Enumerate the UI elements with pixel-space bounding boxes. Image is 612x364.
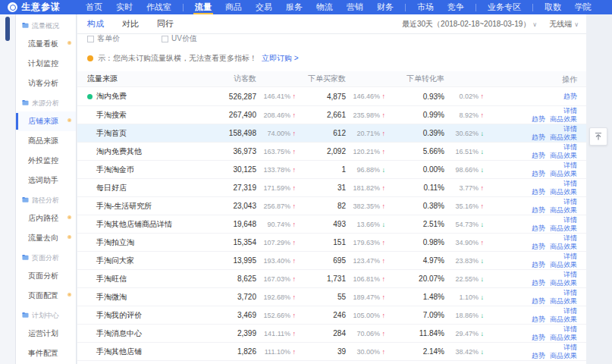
app-logo[interactable]: 生意参谋 (8, 1, 61, 14)
nav-item-8[interactable]: 营销 (340, 0, 370, 14)
action-link[interactable]: 详情 (563, 125, 577, 133)
nav-item-13[interactable]: 取数 (538, 0, 568, 14)
action-link[interactable]: 详情 (563, 344, 577, 352)
action-link[interactable]: 详情 (563, 216, 577, 224)
action-link[interactable]: 商品效果 (550, 243, 577, 251)
action-link[interactable]: 趋势 (532, 297, 545, 306)
action-link[interactable]: 趋势 (532, 279, 545, 287)
checkbox-icon[interactable] (87, 36, 94, 42)
action-link[interactable]: 商品效果 (550, 297, 577, 306)
sidebar-scrollbar-thumb[interactable] (5, 17, 10, 41)
action-link[interactable]: 详情 (563, 180, 577, 188)
buyers-value: 246 (333, 311, 346, 319)
action-link[interactable]: 趋势 (532, 133, 545, 142)
tab-1[interactable]: 对比 (122, 18, 139, 30)
action-link[interactable]: 商品效果 (550, 352, 577, 360)
action-link[interactable]: 详情 (563, 107, 577, 115)
nav-item-3[interactable]: 流量 (188, 0, 218, 14)
action-link[interactable]: 详情 (563, 234, 577, 243)
nav-item-14[interactable]: 学院 (568, 0, 598, 14)
nav-item-4[interactable]: 商品 (218, 0, 249, 14)
action-link[interactable]: 趋势 (532, 170, 545, 178)
action-link[interactable]: 详情 (563, 289, 577, 297)
sidebar-item-13[interactable]: 页面分析 (16, 266, 76, 286)
subscribe-now-link[interactable]: 立即订购 > (262, 53, 299, 64)
tab-2[interactable]: 同行 (157, 18, 174, 30)
action-link[interactable]: 详情 (563, 307, 577, 315)
actions-line: 详情 (563, 289, 577, 297)
actions-line: 详情 (563, 216, 577, 224)
action-link[interactable]: 趋势 (532, 206, 545, 215)
action-link[interactable]: 商品效果 (550, 115, 577, 124)
nav-item-10[interactable]: 市场 (410, 0, 441, 14)
conversion-value: 1.48% (423, 293, 444, 301)
conversion-change: 8.92% ↑ (444, 111, 484, 119)
nav-item-12[interactable]: 业务专区 (481, 0, 528, 14)
visitors-change: 74.00% ↑ (256, 130, 296, 137)
action-link[interactable]: 商品效果 (550, 315, 577, 324)
nav-item-7[interactable]: 物流 (309, 0, 340, 14)
metric-checkbox-0[interactable]: 客单价 (87, 34, 120, 43)
action-link[interactable]: 商品效果 (550, 224, 577, 233)
nav-item-0[interactable]: 首页 (79, 0, 109, 14)
action-link[interactable]: 商品效果 (550, 188, 577, 196)
buyers-change-value: 120.21% (353, 148, 380, 155)
back-to-top-button[interactable] (589, 127, 607, 146)
visitors: 1,826111.10% ↑ (201, 347, 296, 356)
action-link[interactable]: 详情 (563, 253, 577, 261)
sidebar-item-7[interactable]: 外投监控 (16, 151, 76, 171)
action-link[interactable]: 趋势 (532, 188, 545, 196)
nav-item-9[interactable]: 财务 (370, 0, 400, 14)
sidebar-item-6[interactable]: 商品来源 (16, 131, 76, 151)
buyers-change: 123.47% ↑ (346, 257, 385, 265)
metric-checkbox-1[interactable]: UV价值 (162, 34, 197, 43)
nav-item-11[interactable]: 竞争 (441, 0, 471, 14)
nav-item-1[interactable]: 实时 (109, 0, 140, 14)
action-link[interactable]: 详情 (563, 271, 577, 279)
sidebar-item-1[interactable]: 流量看板 (16, 34, 76, 54)
date-range-picker[interactable]: 最近30天（2018-02-18~2018-03-19） ∨ (402, 19, 537, 30)
sidebar-item-10[interactable]: 店内路径 (16, 209, 76, 228)
tab-0[interactable]: 构成 (87, 18, 104, 30)
visitors: 3,720192.68% ↑ (201, 293, 296, 301)
action-link[interactable]: 趋势 (532, 224, 545, 233)
action-link[interactable]: 商品效果 (550, 206, 577, 215)
sidebar-item-11[interactable]: 流量去向 (16, 228, 76, 248)
visitors: 13,995193.40% ↑ (201, 256, 296, 265)
action-link[interactable]: 趋势 (532, 334, 545, 342)
sidebar-item-17[interactable]: 事件配置 (16, 344, 76, 363)
action-link[interactable]: 商品效果 (550, 261, 577, 269)
sidebar-item-3[interactable]: 访客分析 (16, 74, 76, 93)
actions-cell: 详情趋势商品效果 (484, 143, 577, 160)
action-link[interactable]: 详情 (563, 143, 577, 152)
action-link[interactable]: 趋势 (532, 115, 545, 124)
action-link[interactable]: 趋势 (532, 152, 545, 160)
buyers-change-value: 96.88% (356, 166, 380, 174)
sidebar-item-5[interactable]: 店铺来源 (16, 111, 76, 131)
action-link[interactable]: 商品效果 (550, 133, 577, 142)
buyers: 55189.47% ↑ (296, 293, 385, 301)
action-link[interactable]: 详情 (563, 162, 577, 170)
action-link[interactable]: 趋势 (532, 261, 545, 269)
action-link[interactable]: 趋势 (563, 93, 577, 101)
action-link[interactable]: 详情 (563, 198, 577, 206)
sidebar-item-8[interactable]: 选词助手 (16, 171, 76, 190)
nav-item-5[interactable]: 交易 (249, 0, 279, 14)
checkbox-icon[interactable] (162, 36, 168, 42)
sidebar-item-14[interactable]: 页面配置 (16, 286, 76, 306)
action-link[interactable]: 趋势 (532, 243, 545, 251)
action-link[interactable]: 商品效果 (550, 152, 577, 160)
action-link[interactable]: 趋势 (532, 315, 545, 324)
terminal-picker[interactable]: 无线端 ∨ (549, 19, 579, 30)
arrow-up-icon: ↑ (290, 166, 296, 174)
nav-item-2[interactable]: 作战室 (140, 0, 178, 14)
action-link[interactable]: 商品效果 (550, 170, 577, 178)
sidebar-item-16[interactable]: 运营计划 (16, 324, 76, 344)
action-link[interactable]: 趋势 (532, 352, 545, 360)
action-link[interactable]: 商品效果 (550, 334, 577, 342)
action-link[interactable]: 详情 (563, 325, 577, 334)
nav-item-6[interactable]: 服务 (279, 0, 309, 14)
visitors-change: 107.29% ↑ (256, 239, 296, 246)
sidebar-item-2[interactable]: 计划监控 (16, 54, 76, 74)
action-link[interactable]: 商品效果 (550, 279, 577, 287)
